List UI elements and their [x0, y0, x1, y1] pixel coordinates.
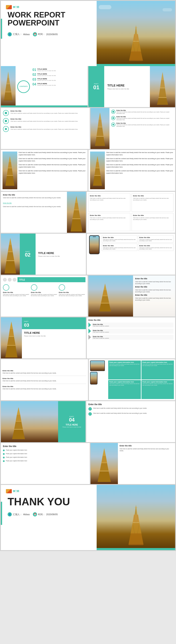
part04-inner: PART 04 TITLE HERE Please click here to … — [1, 401, 86, 442]
slide-row-9: Enter the title Click here to add the co… — [1, 359, 175, 400]
part02-inner: PART 02 TITLE HERE Please click here to … — [1, 234, 86, 275]
svg-marker-36 — [7, 168, 13, 176]
svg-marker-88 — [128, 534, 144, 545]
part03-tower-svg — [2, 320, 21, 358]
svg-marker-40 — [96, 162, 100, 168]
accent-bar — [1, 19, 2, 39]
item-num-4: 04 — [32, 83, 36, 86]
svg-marker-42 — [94, 168, 100, 176]
item-num-2: 02 — [32, 73, 36, 76]
svg-rect-29 — [98, 127, 102, 128]
svg-marker-57 — [104, 284, 106, 290]
svg-rect-73 — [14, 429, 23, 430]
svg-marker-50 — [70, 219, 82, 232]
s3-item-3: Enter the title Click here to add the co… — [111, 122, 174, 127]
slide-contents: CONTENTS 01 TITLE HERE Please click here… — [1, 66, 88, 107]
dot-3 — [3, 457, 5, 458]
ty-logo-text: 澳门图 — [13, 490, 19, 493]
arrow-2: Enter the title Click here to add the co… — [88, 328, 174, 334]
meta-row: 👤 汇报人： Abbas 📅 时间： 2020/08/05 — [6, 32, 92, 36]
slide-part-03: PART 03 TITLE HERE Please click here to … — [1, 317, 86, 358]
dot-4 — [3, 460, 5, 462]
bottom-strip — [97, 64, 175, 66]
logo-area: 澳门图 — [6, 5, 92, 9]
s5r-box1: Enter the title Click here to add the co… — [88, 194, 130, 212]
svg-marker-48 — [72, 210, 80, 219]
item-title-1: TITLE HERE — [37, 68, 56, 70]
svg-marker-78 — [100, 463, 109, 471]
part02-teal: PART 02 — [20, 234, 36, 275]
slide-4-right: Click here to add the content and freely… — [88, 150, 175, 191]
part03-body: TITLE HERE Please click here to enter th… — [22, 329, 86, 358]
s11r-tower — [90, 443, 118, 484]
part01-title: TITLE HERE — [107, 84, 147, 87]
svg-marker-46 — [74, 203, 79, 210]
s4-left-inner: Click here to add the content and freely… — [2, 152, 86, 189]
svg-marker-86 — [130, 523, 142, 534]
svg-marker-45 — [75, 196, 78, 203]
item-num-3: 03 — [32, 78, 36, 81]
part02-tower-bg — [1, 234, 20, 275]
svg-marker-68 — [5, 346, 18, 357]
svg-marker-62 — [99, 304, 111, 312]
s3-item-2: Enter the title Click here to add the co… — [111, 116, 174, 120]
svg-rect-16 — [6, 84, 10, 84]
author-meta: 👤 汇报人： Abbas — [8, 32, 30, 36]
svg-marker-84 — [132, 514, 139, 523]
icon-text-3: Enter the title Click here to add the co… — [10, 126, 78, 130]
divider-1 — [2, 376, 86, 376]
s9l-item-2: Enter the title Click here to add the co… — [2, 378, 86, 382]
slide-part-04: PART 04 TITLE HERE Please click here to … — [1, 401, 86, 442]
checkmark-items: ✓ Click here to add the content and free… — [88, 407, 173, 416]
svg-marker-22 — [160, 80, 165, 88]
slide-3-right: Enter the title Click here to add the co… — [90, 108, 175, 149]
ty-date-meta: 📅 时间： 2020/08/05 — [33, 512, 58, 516]
slide-11-right: Enter the title Click here to add the co… — [90, 443, 175, 484]
arrow-icon-2 — [88, 328, 91, 334]
svg-marker-21 — [161, 72, 164, 80]
author-label: 汇报人： — [13, 32, 22, 36]
s11-item-1: Paste your copied information here — [3, 449, 88, 451]
svg-marker-26 — [157, 98, 168, 105]
svg-rect-79 — [100, 471, 109, 472]
contents-items: 01 TITLE HERE Please click here to enter… — [32, 68, 86, 86]
ty-tower-image — [97, 485, 175, 550]
content-item-3: 03 TITLE HERE Please click here to enter… — [32, 78, 86, 81]
slide-9-right: Paste your copied information here Click… — [89, 359, 175, 400]
part03-teal-header: PART 03 — [22, 317, 86, 329]
tg-box-4: Paste your copied information here Click… — [142, 380, 174, 399]
eiffel-tower-svg — [123, 20, 149, 66]
s9l-item-3: Enter the title Click here to add the co… — [2, 386, 86, 390]
phone-mockup — [88, 235, 100, 273]
svg-rect-9 — [129, 60, 142, 61]
s7-col2: Enter the title Click here to add the co… — [31, 284, 58, 296]
s4-tower-svg — [4, 154, 16, 189]
s9l-items: Enter the title Click here to add the co… — [2, 361, 86, 398]
svg-marker-54 — [6, 252, 14, 261]
circle-2 — [8, 278, 12, 282]
s5l-inner: Enter the title Click here to add the co… — [1, 192, 86, 233]
ty-author-value: Abbas — [23, 513, 30, 516]
slide-1-title: 澳门图 WORK REPORT POWERPOINT 👤 汇报人： Abbas … — [1, 1, 175, 66]
icon-circle-3 — [3, 126, 9, 132]
icon-title-1: Enter the title — [10, 110, 78, 112]
svg-marker-63 — [10, 321, 13, 329]
s11-item-2: Paste your copied information here — [3, 453, 88, 455]
slide-part-02: PART 02 TITLE HERE Please click here to … — [1, 234, 86, 275]
icon-item-3: Enter the title Click here to add the co… — [3, 126, 88, 132]
phone-screen — [89, 235, 100, 254]
svg-marker-69 — [17, 407, 20, 415]
s5r-box2: Enter the title Click here to add the co… — [132, 194, 174, 212]
slide-row-10: PART 04 TITLE HERE Please click here to … — [1, 401, 175, 442]
part04-tower-svg — [5, 403, 39, 442]
slide-1-left: 澳门图 WORK REPORT POWERPOINT 👤 汇报人： Abbas … — [1, 1, 97, 66]
slide-5-right: Enter the title Click here to add the co… — [87, 192, 175, 233]
contents-tower-bg — [1, 66, 16, 107]
svg-rect-85 — [133, 522, 139, 523]
svg-rect-18 — [5, 92, 12, 92]
part01-body: TITLE HERE Please click here to enter th… — [104, 66, 150, 107]
s4-text-1: Click here to add the content and freely… — [18, 152, 86, 156]
svg-marker-24 — [159, 88, 166, 98]
slide-7-left: TITLE Enter the title Click here to add … — [1, 276, 88, 316]
s3-icon-1 — [111, 110, 115, 114]
